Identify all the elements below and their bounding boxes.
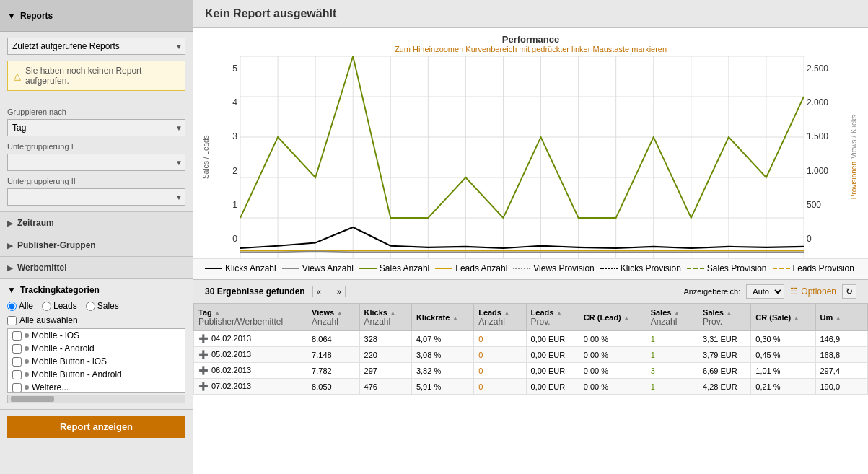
- warning-text: Sie haben noch keinen Report aufgerufen.: [25, 66, 179, 86]
- radio-sales[interactable]: Sales: [86, 301, 119, 311]
- sort-icon: ▲: [390, 310, 396, 317]
- col-sales-prov[interactable]: Sales ▲ Prov.: [698, 304, 751, 331]
- group-by-dropdown[interactable]: Tag: [7, 119, 185, 136]
- category-list[interactable]: Mobile - iOS Mobile - Android Mobile But…: [7, 328, 185, 393]
- cell-cr-sale: 0,21 %: [751, 379, 815, 395]
- table-row: ➕05.02.2013 7.148 220 3,08 % 0 0,00 EUR …: [194, 347, 868, 363]
- sort-icon: ▲: [793, 315, 799, 322]
- subgroup1-dropdown-wrapper: ▼: [7, 154, 185, 171]
- table-body: ➕04.02.2013 8.064 328 4,07 % 0 0,00 EUR …: [194, 331, 868, 395]
- chart-legend: Klicks Anzahl Views Anzahl Sales Anzahl …: [193, 258, 868, 279]
- category-dot: [25, 333, 29, 338]
- y-right-0: 0: [807, 234, 812, 244]
- tracking-header[interactable]: ▼ Trackingkategorien: [7, 285, 185, 295]
- cell-sales-prov: 6,69 EUR: [698, 363, 751, 379]
- y-axis-right: 2.500 2.000 1.500 1.000 500 0: [804, 56, 847, 258]
- collapse-icon[interactable]: ▼: [7, 11, 16, 21]
- cell-cr-lead: 0,00 %: [579, 331, 646, 347]
- reports-dropdown[interactable]: Zuletzt aufgerufene Reports: [7, 38, 185, 55]
- y-right-axis-label-views: Views / Klicks: [849, 115, 859, 159]
- cell-leads-prov: 0,00 EUR: [526, 331, 579, 347]
- chart-wrapper: Sales / Leads 5 4 3 2 1 0: [193, 56, 868, 258]
- radio-leads[interactable]: Leads: [42, 301, 77, 311]
- cell-tag: ➕06.02.2013: [194, 363, 307, 379]
- col-cr-lead[interactable]: CR (Lead) ▲: [579, 304, 646, 331]
- tracking-collapse-icon: ▼: [7, 285, 16, 295]
- werbemittel-section: ▶ Werbemittel: [0, 257, 193, 279]
- expand-icon[interactable]: ➕: [198, 334, 209, 343]
- chart-area: Performance Zum Hineinzoomen Kurvenberei…: [193, 28, 868, 280]
- category-mobile-ios[interactable]: Mobile - iOS: [8, 329, 185, 342]
- y-left-2: 2: [232, 166, 237, 176]
- radio-group: Alle Leads Sales: [7, 301, 185, 311]
- cell-um: 168,8: [815, 347, 868, 363]
- options-button[interactable]: ☷ Optionen: [790, 286, 836, 297]
- subgroup2-label: Untergruppierung II: [7, 177, 185, 185]
- y-left-axis-label: Sales / Leads: [201, 56, 211, 258]
- radio-alle[interactable]: Alle: [7, 301, 33, 311]
- sort-icon: ▲: [673, 310, 680, 317]
- right-axis-labels: Views / Klicks Provisionen: [847, 56, 861, 258]
- y-left-4: 4: [232, 97, 237, 107]
- subgroup2-dropdown[interactable]: [7, 188, 185, 206]
- refresh-button[interactable]: ↻: [842, 284, 856, 299]
- data-table-container[interactable]: Tag ▲ Publisher/Werbemittel Views ▲ Anza…: [193, 304, 868, 474]
- col-klicks[interactable]: Klicks ▲ Anzahl: [359, 304, 411, 331]
- legend-views: Views Anzahl: [282, 263, 354, 273]
- category-dot: [25, 346, 29, 351]
- views-prov-icon: [513, 268, 530, 269]
- category-mobile-button-android[interactable]: Mobile Button - Android: [8, 368, 185, 381]
- col-leads-prov[interactable]: Leads ▲ Prov.: [526, 304, 579, 331]
- col-views[interactable]: Views ▲ Anzahl: [307, 304, 359, 331]
- cell-um: 297,4: [815, 363, 868, 379]
- nav-prev-button[interactable]: «: [312, 286, 325, 297]
- cell-klicks: 220: [359, 347, 411, 363]
- zeitraum-header[interactable]: ▶ Zeitraum: [0, 212, 193, 234]
- scrollbar-thumb[interactable]: [11, 396, 54, 402]
- legend-sales-prov: Sales Provision: [687, 263, 767, 273]
- alle-auswaehlen-checkbox[interactable]: Alle auswählen: [7, 315, 185, 325]
- cell-sales-anz: 1: [646, 379, 698, 395]
- col-tag[interactable]: Tag ▲ Publisher/Werbemittel: [194, 304, 307, 331]
- expand-icon[interactable]: ➕: [198, 366, 209, 374]
- y-right-1000: 1.000: [807, 166, 828, 176]
- anzeige-dropdown[interactable]: Auto: [746, 284, 784, 299]
- subgroup1-dropdown[interactable]: [7, 154, 185, 171]
- category-mobile-android[interactable]: Mobile - Android: [8, 342, 185, 355]
- legend-klicks-prov-label: Klicks Provision: [621, 263, 681, 273]
- results-count: 30 Ergebnisse gefunden: [205, 286, 305, 297]
- cell-views: 8.064: [307, 331, 359, 347]
- col-um[interactable]: Um ▲: [815, 304, 868, 331]
- werbemittel-header[interactable]: ▶ Werbemittel: [0, 257, 193, 278]
- leads-line-icon: [435, 268, 452, 269]
- legend-views-prov: Views Provision: [513, 263, 594, 273]
- warning-icon: △: [14, 71, 21, 82]
- col-leads-anz[interactable]: Leads ▲ Anzahl: [474, 304, 526, 331]
- category-mobile-button-ios[interactable]: Mobile Button - iOS: [8, 355, 185, 368]
- legend-leads-prov: Leads Provision: [773, 263, 854, 273]
- category-more[interactable]: Weitere...: [8, 381, 185, 393]
- expand-icon[interactable]: ➕: [198, 350, 209, 359]
- dropdown-section: Zuletzt aufgerufene Reports ▼ △ Sie habe…: [0, 32, 193, 97]
- legend-leads: Leads Anzahl: [435, 263, 507, 273]
- y-right-500: 500: [807, 200, 821, 210]
- horizontal-scrollbar[interactable]: [7, 395, 185, 403]
- y-right-2500: 2.500: [807, 63, 828, 74]
- legend-leads-prov-label: Leads Provision: [793, 263, 854, 273]
- cell-leads-prov: 0,00 EUR: [526, 347, 579, 363]
- legend-klicks-prov: Klicks Provision: [600, 263, 681, 273]
- col-cr-sale[interactable]: CR (Sale) ▲: [751, 304, 815, 331]
- col-klickrate[interactable]: Klickrate ▲: [411, 304, 473, 331]
- publisher-gruppen-header[interactable]: ▶ Publisher-Gruppen: [0, 234, 193, 256]
- expand-icon[interactable]: ➕: [198, 382, 209, 390]
- col-sales-prov-sub: Prov.: [703, 317, 722, 327]
- report-anzeigen-button[interactable]: Report anzeigen: [7, 416, 185, 438]
- chart-subtitle: Zum Hineinzoomen Kurvenbereich mit gedrü…: [193, 45, 868, 53]
- chart-svg-container[interactable]: 4. Feb 6. Feb 8. Feb 10. Feb 12. Feb 14.…: [240, 56, 804, 258]
- cell-klickrate: 3,08 %: [411, 347, 473, 363]
- y-right-axis-label-prov: Provisionen: [849, 162, 859, 199]
- col-sales-sub: Anzahl: [651, 317, 678, 327]
- cell-views: 8.050: [307, 379, 359, 395]
- col-sales-anz[interactable]: Sales ▲ Anzahl: [646, 304, 698, 331]
- nav-next-button[interactable]: »: [333, 286, 346, 297]
